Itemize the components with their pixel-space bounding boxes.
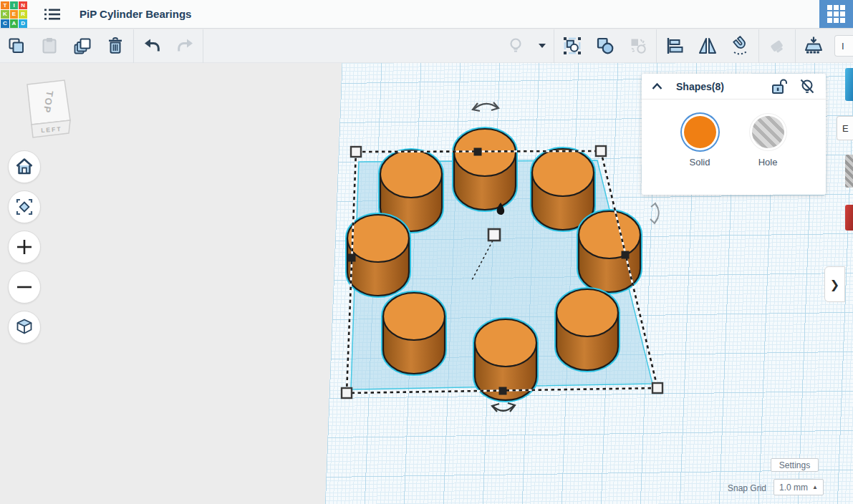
group-icon <box>562 36 582 56</box>
multi-select-icon <box>628 36 648 56</box>
copy-icon <box>7 37 26 55</box>
collapse-panel-button[interactable] <box>652 83 662 90</box>
paint-icon <box>767 36 787 56</box>
solid-label: Solid <box>684 157 716 168</box>
view-cube-front-label: LEFT <box>41 125 62 134</box>
multi-select-button <box>624 32 652 60</box>
workplane-helper-button[interactable] <box>799 32 828 60</box>
home-view-button[interactable] <box>8 150 41 183</box>
paint-button <box>763 32 791 60</box>
snap-grid-value: 1.0 mm <box>779 483 808 493</box>
hole-option[interactable]: Hole <box>752 116 784 195</box>
edit-toolbar: I <box>0 29 853 63</box>
plus-icon <box>15 238 34 256</box>
shape-thumbnail-gray-partial[interactable] <box>845 155 853 188</box>
group-button[interactable] <box>558 32 587 60</box>
caret-up-icon: ▲ <box>812 484 818 490</box>
workplane-icon <box>803 35 824 57</box>
zoom-out-button[interactable] <box>8 271 41 304</box>
delete-icon <box>106 37 125 55</box>
zoom-in-button[interactable] <box>8 231 41 263</box>
expand-shapes-panel-button[interactable]: ❯ <box>824 266 845 302</box>
align-button[interactable] <box>660 32 689 60</box>
magnet-button[interactable] <box>726 32 755 60</box>
fit-view-icon <box>14 196 35 218</box>
header-bar: TIN KER CAD PiP Cylinder Bearings <box>0 0 853 29</box>
lightbulb-off-icon <box>799 78 816 95</box>
lightbulb-icon <box>506 37 525 55</box>
tinkercad-logo[interactable]: TIN KER CAD <box>1 1 27 28</box>
shapes-panel-title: Shapes(8) <box>676 81 724 92</box>
shapes-panel-header: Shapes(8) <box>642 74 826 100</box>
ungroup-icon <box>595 36 615 56</box>
edit-button-partial[interactable]: E <box>837 116 853 140</box>
magnet-icon <box>731 36 751 56</box>
perspective-toggle-button[interactable] <box>8 311 41 344</box>
undo-button[interactable] <box>138 32 166 60</box>
ungroup-button[interactable] <box>591 32 620 60</box>
undo-icon <box>143 37 162 55</box>
duplicate-button[interactable] <box>68 32 97 60</box>
shape-thumbnail-red-partial[interactable] <box>845 205 853 231</box>
paste-button <box>35 32 64 60</box>
ruler-button-partial[interactable]: I <box>834 35 853 57</box>
apps-grid-icon <box>827 5 845 23</box>
settings-button[interactable]: Settings <box>771 458 819 472</box>
solid-color-swatch[interactable] <box>684 116 716 148</box>
unlock-icon <box>771 78 788 95</box>
copy-button[interactable] <box>2 32 31 60</box>
design-title: PiP Cylinder Bearings <box>79 8 191 20</box>
apps-launcher-button[interactable] <box>819 0 853 28</box>
view-cube[interactable]: TOP LEFT <box>20 76 73 145</box>
redo-icon <box>175 37 195 55</box>
show-all-button <box>501 32 530 60</box>
align-icon <box>665 36 685 56</box>
delete-button[interactable] <box>101 32 130 60</box>
hole-label: Hole <box>752 157 784 168</box>
snap-grid-label: Snap Grid <box>728 483 766 493</box>
shape-thumbnail-blue-partial[interactable] <box>845 68 853 101</box>
show-all-caret-button[interactable] <box>534 32 550 60</box>
shapes-panel-body: Solid Hole <box>642 100 826 195</box>
caret-down-icon <box>538 43 546 49</box>
hole-swatch[interactable] <box>752 116 784 148</box>
solid-option[interactable]: Solid <box>684 116 716 195</box>
mirror-icon <box>698 36 718 56</box>
hide-toggle-button[interactable] <box>799 78 816 95</box>
redo-button <box>170 32 199 60</box>
lock-toggle-button[interactable] <box>771 78 788 95</box>
shapes-inspector-panel: Shapes(8) Solid Hole <box>642 74 826 195</box>
home-icon <box>14 156 35 178</box>
minus-icon <box>15 278 34 296</box>
perspective-cube-icon <box>14 316 35 338</box>
fit-view-button[interactable] <box>8 190 41 223</box>
chevron-up-icon <box>652 83 662 90</box>
mirror-button[interactable] <box>693 32 722 60</box>
duplicate-icon <box>73 37 92 56</box>
paste-icon <box>40 37 59 55</box>
snap-grid-select[interactable]: 1.0 mm ▲ <box>774 479 824 495</box>
design-menu-icon[interactable] <box>44 7 61 21</box>
